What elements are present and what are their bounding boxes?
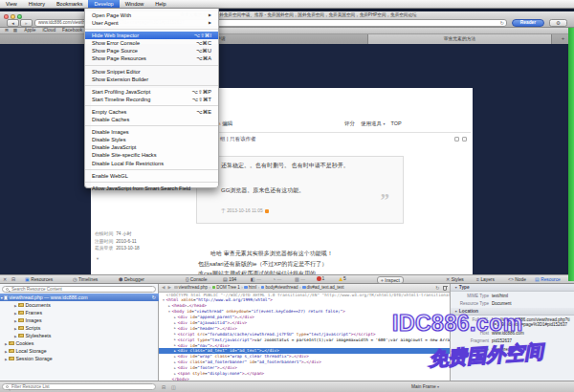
menubar-item-help[interactable]: Help [149,0,171,8]
menu-item-label: Start Timeline Recording [92,96,150,103]
menu-item-label: Empty Caches [92,108,126,116]
menu-separator [85,85,218,86]
breadcrumb-item[interactable]: viewthread.php [174,284,208,292]
develop-menu-item[interactable]: Allow JavaScript from Smart Search Field [85,185,218,192]
submenu-arrow-icon: ▶ [209,11,211,19]
breadcrumb-item[interactable]: html [244,284,256,292]
details-section-header[interactable]: ▼Location [451,308,574,316]
split-view-icon[interactable]: ◫ [171,384,176,390]
resource-tree-folder[interactable]: ▶Stylesheets [0,332,159,339]
search-input[interactable] [11,287,150,292]
breadcrumb-item[interactable]: DOM Tree 1 [212,284,240,292]
menubar-item-window[interactable]: Window [120,0,150,8]
frame-selector[interactable]: Main Frame ▾ [411,381,439,392]
resource-tree-folder[interactable]: ▶Scripts [0,324,159,332]
menubar-item-view[interactable]: View [0,0,23,8]
bookmark-item[interactable]: Facebook [62,28,82,33]
user-stat-row: 最后登录2013-10-18 [95,245,140,252]
breadcrumb-item[interactable]: body#viewthread [261,284,298,292]
develop-menu-item[interactable]: Disable Local File Restrictions [85,160,218,167]
resource-tree-main-frame[interactable]: ▼viewthread.php — www.idc886.com↻ [0,294,159,301]
resource-tree-folder[interactable]: ▶Documents [0,301,159,309]
develop-menu-item[interactable]: Show Error Console⌥⌘C [85,39,218,47]
back-button[interactable]: ◂ [7,19,19,27]
resource-tree-folder[interactable]: ▶Images [0,316,159,324]
filter-icon [6,385,9,388]
resource-tree-label: Documents [26,302,51,308]
develop-menu-item[interactable]: Show Page Resources⌥⌘A [85,54,218,62]
menu-item-label: Disable Images [92,128,129,136]
collapse-arrow-icon[interactable]: ▼ [96,256,99,261]
reader-button[interactable]: Reader [512,19,544,27]
breadcrumb-label: DOM Tree 1 [216,285,240,290]
develop-menu: Open Page With▶User Agent▶Hide Web Inspe… [84,9,219,188]
folder-icon [9,357,14,360]
develop-menu-item[interactable]: Show Extension Builder [85,76,218,83]
refresh-icon[interactable]: ↻ [435,285,439,291]
breadcrumb-label: html [249,285,257,290]
quote-link-icon[interactable] [265,209,269,213]
develop-menu-item[interactable]: Start Profiling JavaScript⌥⇧⌘P [85,88,218,96]
details-label: Filename [453,347,489,352]
logs-icon: ▥ [295,276,299,282]
report-icon[interactable] [462,137,467,142]
post-header-icons [454,137,467,142]
develop-menu-item[interactable]: Disable Styles [85,136,218,143]
print-icon[interactable] [454,137,459,142]
develop-menu-item[interactable]: Show Page Source⌥⌘U [85,47,218,54]
develop-menu-item[interactable]: Disable Images [85,128,218,136]
develop-menu-item[interactable]: Hide Web Inspector⌥⇧⌘I [85,32,218,39]
top-link[interactable]: TOP [391,120,402,127]
details-row: Fragmentpid152637 [451,338,574,346]
trash-icon[interactable] [443,286,447,290]
gear-button[interactable]: ⚙ [549,19,567,27]
search-field[interactable] [2,286,156,293]
edit-link[interactable]: ✎编辑 [217,120,232,127]
history-forward-icon[interactable]: ▶ [167,285,170,290]
post-header[interactable]: 组 | 只看该作者 [220,136,256,142]
menubar-item-history[interactable]: History [23,0,51,8]
resource-tree-storage[interactable]: ▶Session Storage [0,355,159,362]
develop-menu-item[interactable]: Open Page With▶ [85,11,218,19]
resource-tree-label: Session Storage [16,356,53,361]
develop-menu-item[interactable]: User Agent▶ [85,19,218,27]
develop-menu-item[interactable]: Show Snippet Editor [85,68,218,76]
console-toggle-icon[interactable]: ⊟ [162,384,166,390]
forward-button[interactable]: ▸ [20,19,33,27]
breadcrumb-item[interactable]: div#ad_text.ad_text [302,284,344,292]
refresh-icon[interactable]: ↻ [152,294,156,301]
develop-menu-item[interactable]: Enable WebGL [85,172,218,180]
develop-menu-item[interactable]: Disable JavaScript [85,143,218,151]
details-label: MIME Type [453,294,489,298]
develop-menu-item[interactable]: Disable Site-specific Hacks [85,151,218,159]
tools-link[interactable]: 使用道具 ▾ [361,120,386,127]
filter-field[interactable] [2,383,156,391]
resource-tree-label: Cookies [16,340,34,346]
bookmark-item[interactable]: iCloud [42,28,55,33]
rate-link[interactable]: 评分 [344,120,355,127]
develop-menu-item[interactable]: Disable Caches [85,116,218,123]
bookmarks-grid-icon[interactable]: ⊞ [5,28,9,33]
develop-menu-item[interactable]: Start Timeline Recording⌥⇧⌘T [85,96,218,103]
details-section-header[interactable]: ▼Type [451,284,574,292]
history-back-icon[interactable]: ◀ [162,285,165,290]
inspect-button[interactable]: ⌖Inspect [377,276,404,284]
resource-tree-folder[interactable]: ▶Frames [0,309,159,316]
details-row: MIME Typetext/html [451,292,574,300]
menu-item-label: Show Page Source [92,47,138,54]
dom-tree-panel: ◀▶viewthread.php›DOM Tree 1›html›body#vi… [159,284,450,381]
bookmark-item[interactable]: Apple [24,28,35,33]
reload-icon[interactable]: ↻ [500,20,504,26]
resource-tree-storage[interactable]: ▶Cookies [0,339,159,347]
details-value: viewthread.php [492,347,521,352]
menubar-item-bookmarks[interactable]: Bookmarks [51,0,89,8]
console-icon: {} [186,276,188,282]
menubar-item-develop[interactable]: Develop [88,0,119,8]
resource-icon: ▤ [535,276,540,282]
top-sites-icon[interactable]: ▦ [13,28,17,33]
develop-menu-item[interactable]: Empty Caches⌥⌘E [85,108,218,116]
menu-separator [85,169,218,170]
browser-tab[interactable]: 审查元素的方法 [368,34,552,44]
filter-input[interactable] [11,384,150,389]
resource-tree-storage[interactable]: ▶Local Storage [0,347,159,355]
